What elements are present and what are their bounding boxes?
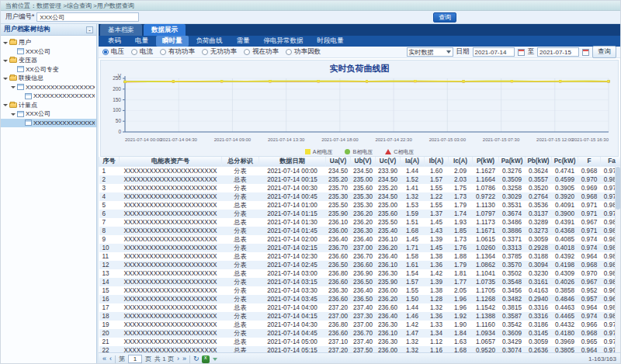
table-row[interactable]: 12XXXXXXXXXXXXXXXXXXXXXX分表2021-07-14 02:… [99, 261, 621, 269]
user-number-label: 用户编号* [5, 12, 34, 22]
main-tab-1[interactable]: 数据展示 [144, 24, 186, 36]
column-header-11[interactable]: Pa(kW) [499, 157, 526, 166]
tree-node-3[interactable]: XX公司专变 [1, 65, 96, 75]
table-row[interactable]: 6XXXXXXXXXXXXXXXXXXXXXX分表2021-07-14 01:1… [99, 210, 621, 218]
data-type-select[interactable]: 实时数据 [407, 47, 453, 57]
table-cell: 7 [99, 218, 120, 227]
column-header-4[interactable]: Ua(V) [326, 157, 351, 166]
scrollbar-thumb[interactable] [616, 167, 620, 210]
refresh-icon[interactable]: ↻ [193, 355, 199, 362]
column-header-1[interactable]: 电能表资产号 [120, 157, 222, 166]
tree-expand-toggle[interactable] [3, 77, 8, 80]
column-header-5[interactable]: Ub(V) [351, 157, 376, 166]
table-row[interactable]: 19XXXXXXXXXXXXXXXXXXXXXX总表2021-07-14 04:… [99, 321, 621, 329]
last-page-button[interactable]: » [182, 355, 186, 362]
column-header-7[interactable]: Ia(A) [401, 157, 425, 166]
column-header-0[interactable]: 序号 [99, 157, 120, 166]
export-dropdown-icon[interactable] [213, 358, 217, 361]
next-page-button[interactable]: › [177, 355, 179, 362]
calendar-icon[interactable] [518, 49, 525, 56]
table-row[interactable]: 8XXXXXXXXXXXXXXXXXXXXXX分表2021-07-14 01:4… [99, 227, 621, 235]
table-row[interactable]: 20XXXXXXXXXXXXXXXXXXXXXX分表2021-07-14 04:… [99, 329, 621, 338]
column-header-14[interactable]: F [578, 157, 601, 166]
sub-tab-4[interactable]: 需量 [231, 36, 256, 47]
sub-tab-1[interactable]: 电量 [129, 36, 154, 47]
column-header-9[interactable]: Ic(A) [449, 157, 473, 166]
tree-expand-toggle[interactable] [3, 103, 8, 106]
sub-tab-2[interactable]: 瞬时量 [156, 36, 189, 47]
chart-query-button[interactable]: 查询 [592, 46, 616, 58]
sub-tab-6[interactable]: 时段电量 [311, 36, 350, 47]
query-button[interactable]: 查询 [433, 12, 456, 23]
tree-node-2[interactable]: 变压器 [1, 56, 96, 65]
table-row[interactable]: 17XXXXXXXXXXXXXXXXXXXXXX总表2021-07-14 04:… [99, 303, 621, 312]
tree-expand-toggle[interactable] [11, 85, 16, 88]
tree-node-5[interactable]: XXXXXXXXXXXXXXXXXX [1, 83, 96, 92]
column-header-3[interactable]: 数据日期 [259, 157, 326, 166]
table-scrollbar[interactable] [615, 166, 620, 352]
table-row[interactable]: 7XXXXXXXXXXXXXXXXXXXXXX总表2021-07-14 01:3… [99, 218, 621, 227]
table-row[interactable]: 4XXXXXXXXXXXXXXXXXXXXXX分表2021-07-14 00:4… [99, 192, 621, 201]
radio-2[interactable]: 有功功率 [160, 47, 195, 57]
table-row[interactable]: 16XXXXXXXXXXXXXXXXXXXXXX分表2021-07-14 03:… [99, 295, 621, 303]
table-row[interactable]: 15XXXXXXXXXXXXXXXXXXXXXX分表2021-07-14 03:… [99, 286, 621, 295]
radio-5[interactable]: 功率因数 [286, 47, 321, 57]
prev-page-button[interactable]: ‹ [109, 355, 112, 362]
column-header-10[interactable]: P(kW) [473, 157, 499, 166]
table-cell: 分表 [222, 286, 259, 295]
radio-3[interactable]: 无功功率 [202, 47, 237, 57]
radio-4[interactable]: 视在功率 [244, 47, 279, 57]
column-header-13[interactable]: Pc(kW) [552, 157, 578, 166]
radio-0[interactable]: 电压 [102, 47, 124, 57]
sub-tab-0[interactable]: 表码 [102, 36, 127, 47]
export-excel-icon[interactable] [202, 355, 210, 363]
first-page-button[interactable]: « [102, 355, 106, 362]
table-row[interactable]: 3XXXXXXXXXXXXXXXXXXXXXX分表2021-07-14 00:3… [99, 184, 621, 192]
column-header-8[interactable]: Ib(A) [425, 157, 449, 166]
table-row[interactable]: 21XXXXXXXXXXXXXXXXXXXXXX总表2021-07-14 05:… [99, 338, 621, 346]
folder-icon [9, 40, 17, 45]
tree-node-9[interactable]: XXXXXXXXXXXXXXXXXX [1, 119, 96, 128]
main-tab-0[interactable]: 基本档案 [100, 24, 142, 36]
table-row[interactable]: 18XXXXXXXXXXXXXXXXXXXXXX分表2021-07-14 04:… [99, 312, 621, 321]
table-row[interactable]: 11XXXXXXXXXXXXXXXXXXXXXX总表2021-07-14 02:… [99, 252, 621, 261]
record-range-label: 1-163/163 [588, 355, 616, 362]
tree-expand-toggle[interactable] [3, 41, 8, 44]
date-from-input[interactable]: 2021-07-14 [473, 47, 515, 57]
tree-node-7[interactable]: 计量点 [1, 101, 96, 110]
table-row[interactable]: 10XXXXXXXXXXXXXXXXXXXXXX分表2021-07-14 02:… [99, 244, 621, 252]
table-row[interactable]: 14XXXXXXXXXXXXXXXXXXXXXX分表2021-07-14 03:… [99, 278, 621, 286]
table-row[interactable]: 13XXXXXXXXXXXXXXXXXXXXXX总表2021-07-14 03:… [99, 269, 621, 278]
tree-expand-toggle[interactable] [11, 113, 16, 116]
table-row[interactable]: 9XXXXXXXXXXXXXXXXXXXXXX总表2021-07-14 02:0… [99, 235, 621, 244]
table-cell: 1.42 [425, 269, 449, 278]
sidebar-collapse-button[interactable]: - [86, 26, 93, 33]
tree-node-0[interactable]: 用户 [1, 38, 96, 47]
table-cell: 0.971 [578, 210, 601, 218]
sub-tab-3[interactable]: 负荷曲线 [190, 36, 229, 47]
user-number-input[interactable] [36, 12, 139, 22]
column-header-2[interactable]: 总分标识 [222, 157, 259, 166]
calendar-icon[interactable] [582, 49, 589, 56]
radio-label: 功率因数 [294, 47, 321, 57]
tree-node-4[interactable]: 联接信息 [1, 74, 96, 83]
column-header-12[interactable]: Pb(kW) [526, 157, 552, 166]
date-to-input[interactable]: 2021-07-15 [537, 47, 579, 57]
table-row[interactable]: 22XXXXXXXXXXXXXXXXXXXXXX总表2021-07-14 05:… [99, 346, 621, 353]
table-cell: 235.30 [326, 192, 351, 201]
page-number-input[interactable] [128, 355, 142, 363]
radio-1[interactable]: 电流 [131, 47, 153, 57]
column-header-6[interactable]: Uc(V) [376, 157, 401, 166]
node-icon [25, 120, 32, 126]
tree-node-8[interactable]: XXX公司 [1, 109, 96, 119]
tree-node-6[interactable]: XXXXXXXXXXXXXXXXXX [1, 92, 96, 101]
sub-tab-5[interactable]: 停电异常数据 [258, 36, 310, 47]
svg-text:2021-07-15 16:30: 2021-07-15 16:30 [571, 137, 609, 142]
table-row[interactable]: 5XXXXXXXXXXXXXXXXXXXXXX总表2021-07-14 01:0… [99, 201, 621, 210]
table-row[interactable]: 2XXXXXXXXXXXXXXXXXXXXXX总表2021-07-14 00:1… [99, 175, 621, 184]
column-header-15[interactable]: Fa [601, 157, 621, 166]
table-row[interactable]: 1XXXXXXXXXXXXXXXXXXXXXX分表2021-07-14 00:0… [99, 166, 621, 175]
table-cell: 总表 [222, 201, 259, 210]
tree-node-1[interactable]: XXX公司 [1, 47, 96, 57]
tree-expand-toggle[interactable] [3, 59, 8, 62]
